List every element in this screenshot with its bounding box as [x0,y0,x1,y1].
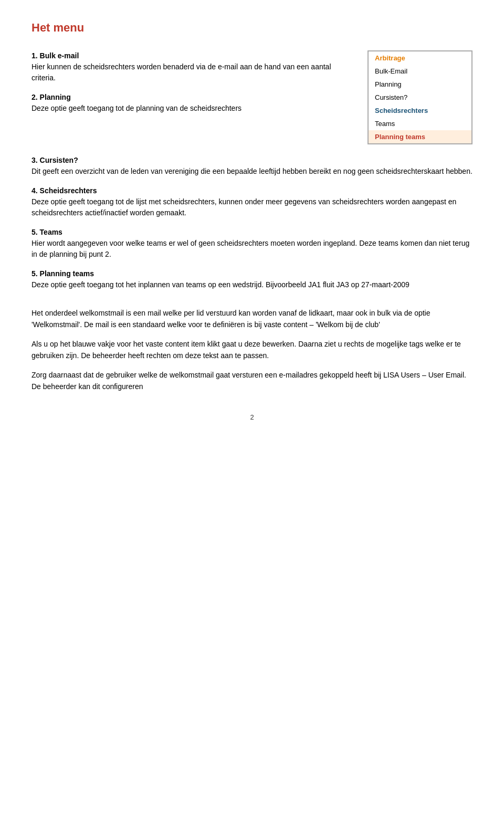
section-2: 2. Planning Deze optie geeft toegang tot… [32,92,352,114]
menu-box: Arbitrage Bulk-Email Planning Cursisten?… [368,50,472,144]
section-6: 5. Planning teams Deze optie geeft toega… [32,268,472,290]
sidebar-menu: Arbitrage Bulk-Email Planning Cursisten?… [368,50,472,144]
section-1-number: 1. [32,51,38,60]
section-4-body: Deze optie geeft toegang tot de lijst me… [32,197,456,217]
paragraph-2: Als u op het blauwe vakje voor het vaste… [32,338,472,362]
section-5-number: 5. [32,228,38,236]
menu-item-scheidsrechters[interactable]: Scheidsrechters [369,104,471,117]
menu-item-bulk-email[interactable]: Bulk-Email [369,65,471,78]
page-number: 2 [32,413,472,421]
section-1-body: Hier kunnen de scheidsrechters worden be… [32,62,331,82]
text-column: 1. Bulk e-mail Hier kunnen de scheidsrec… [32,50,352,144]
section-2-title: Planning [40,93,71,101]
section-1-title: Bulk e-mail [40,51,79,60]
section-3-body: Dit geeft een overzicht van de leden van… [32,167,472,175]
section-6-title: Planning teams [40,269,94,278]
menu-item-planning[interactable]: Planning [369,78,471,91]
menu-item-teams[interactable]: Teams [369,117,471,130]
section-2-number: 2. [32,93,38,101]
section-5-body: Hier wordt aangegeven voor welke teams e… [32,239,469,258]
paragraph-1: Het onderdeel welkomstmail is een mail w… [32,307,472,331]
section-3-number: 3. [32,156,38,164]
section-4-number: 4. [32,186,38,195]
section-5: 5. Teams Hier wordt aangegeven voor welk… [32,227,472,260]
section-3: 3. Cursisten? Dit geeft een overzicht va… [32,155,472,177]
menu-item-cursisten[interactable]: Cursisten? [369,91,471,104]
menu-item-arbitrage[interactable]: Arbitrage [369,51,471,65]
section-6-number: 5. [32,269,38,278]
section-6-body: Deze optie geeft toegang tot het inplann… [32,280,410,289]
content-area: 1. Bulk e-mail Hier kunnen de scheidsrec… [32,50,472,144]
section-2-body: Deze optie geeft toegang tot de planning… [32,104,242,112]
section-5-title: Teams [40,228,62,236]
section-3-title: Cursisten? [40,156,78,164]
paragraph-3: Zorg daarnaast dat de gebruiker welke de… [32,369,472,393]
section-1: 1. Bulk e-mail Hier kunnen de scheidsrec… [32,50,352,83]
section-4-title: Scheidsrechters [40,186,97,195]
page-title: Het menu [32,21,472,35]
menu-item-planning-teams[interactable]: Planning teams [369,130,471,143]
section-4: 4. Scheidsrechters Deze optie geeft toeg… [32,185,472,218]
